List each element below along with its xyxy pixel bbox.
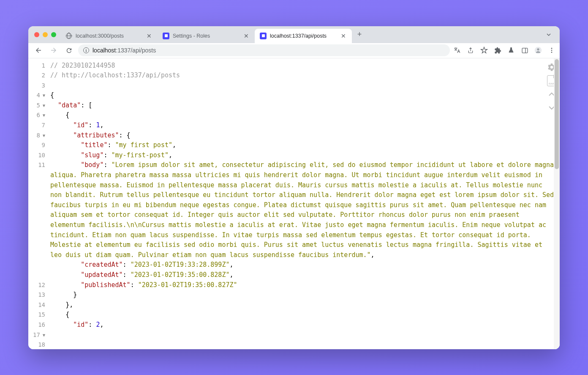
- profile-avatar-icon[interactable]: [534, 47, 542, 54]
- svg-point-3: [537, 48, 539, 50]
- svg-rect-0: [522, 48, 528, 52]
- tab-close-button[interactable]: ✕: [340, 33, 347, 39]
- toolbar-icons: [453, 47, 555, 54]
- browser-window: localhost:3000/posts ✕ Settings - Roles …: [28, 26, 560, 349]
- back-button[interactable]: [33, 44, 44, 56]
- chevron-down-icon: [544, 30, 553, 39]
- strapi-icon: [163, 33, 169, 39]
- close-window-button[interactable]: [34, 32, 39, 37]
- page-content: 1234▼5▼6▼78▼91011121314151617▼18 // 2023…: [28, 58, 560, 349]
- svg-point-5: [551, 50, 553, 51]
- svg-point-6: [551, 52, 553, 53]
- reload-button[interactable]: [63, 44, 75, 56]
- tab-3-active[interactable]: localhost:1337/api/posts ✕: [255, 29, 352, 43]
- tab-title: Settings - Roles: [173, 33, 240, 39]
- tab-close-button[interactable]: ✕: [243, 33, 250, 39]
- window-controls: [32, 32, 60, 37]
- labs-icon[interactable]: [507, 47, 515, 54]
- minimize-window-button[interactable]: [43, 32, 48, 37]
- url-text: localhost:1337/api/posts: [93, 47, 156, 54]
- url-input[interactable]: i localhost:1337/api/posts: [78, 44, 450, 56]
- tab-bar: localhost:3000/posts ✕ Settings - Roles …: [28, 26, 560, 43]
- menu-icon[interactable]: [548, 47, 555, 54]
- forward-button[interactable]: [48, 44, 60, 56]
- bookmark-star-icon[interactable]: [480, 47, 488, 54]
- new-tab-button[interactable]: +: [354, 29, 365, 41]
- scrollbar-thumb[interactable]: [555, 59, 559, 169]
- svg-point-4: [551, 48, 553, 49]
- tab-overflow[interactable]: [544, 30, 556, 39]
- address-bar: i localhost:1337/api/posts: [28, 43, 560, 58]
- tab-close-button[interactable]: ✕: [146, 33, 152, 39]
- scrollbar[interactable]: [554, 58, 560, 349]
- translate-icon[interactable]: [453, 47, 461, 54]
- json-viewer[interactable]: // 20230102144958 // http://localhost:13…: [47, 58, 560, 349]
- tab-title: localhost:1337/api/posts: [270, 33, 337, 39]
- site-info-icon[interactable]: i: [83, 47, 89, 53]
- line-number-gutter: 1234▼5▼6▼78▼91011121314151617▼18: [28, 58, 47, 349]
- strapi-icon: [260, 33, 267, 39]
- extensions-icon[interactable]: [494, 47, 501, 54]
- share-icon[interactable]: [467, 47, 474, 54]
- maximize-window-button[interactable]: [51, 32, 56, 37]
- tab-title: localhost:3000/posts: [76, 33, 142, 39]
- globe-icon: [65, 33, 72, 39]
- tab-1[interactable]: localhost:3000/posts ✕: [60, 29, 158, 43]
- tab-2[interactable]: Settings - Roles ✕: [158, 29, 255, 43]
- sidepanel-icon[interactable]: [521, 47, 528, 54]
